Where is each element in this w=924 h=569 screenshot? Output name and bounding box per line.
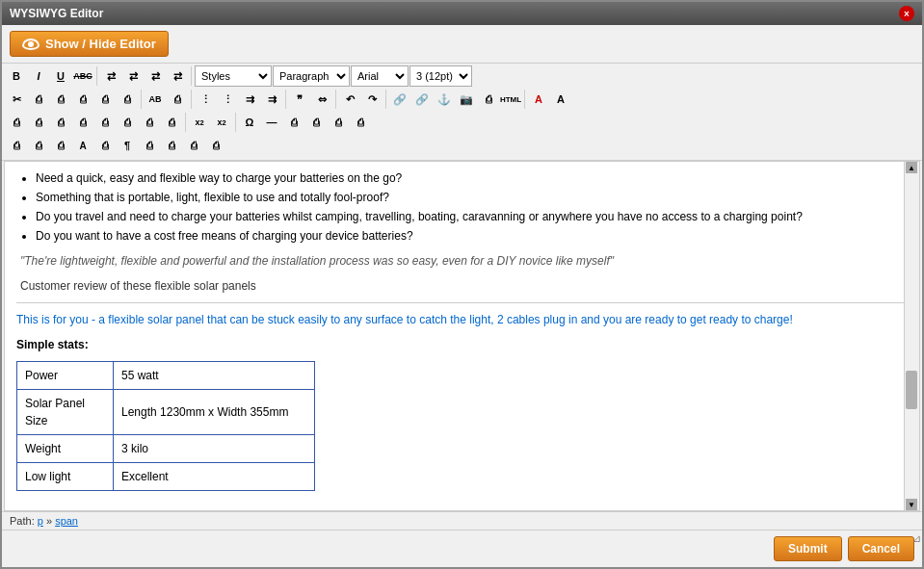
cancel-button[interactable]: Cancel bbox=[848, 536, 914, 561]
size-select[interactable]: 3 (12pt) bbox=[409, 65, 472, 87]
tb4-btn2[interactable]: ⎙ bbox=[28, 135, 49, 156]
italic-button[interactable]: I bbox=[28, 65, 49, 87]
submit-button[interactable]: Submit bbox=[774, 536, 842, 561]
editor-area[interactable]: Need a quick, easy and flexible way to c… bbox=[4, 161, 920, 511]
spell-check2-button[interactable]: ⎙ bbox=[167, 89, 188, 110]
show-hide-label: Show / Hide Editor bbox=[45, 37, 156, 51]
toolbar-row-3: ⎙ ⎙ ⎙ ⎙ ⎙ ⎙ ⎙ ⎙ x2 x2 Ω — ⎙ ⎙ ⎙ ⎙ bbox=[6, 112, 918, 133]
simple-stats-label: Simple stats: bbox=[16, 336, 908, 353]
ordered-list-button[interactable]: ⋮ bbox=[217, 89, 238, 110]
tb3-btn8[interactable]: ⎙ bbox=[161, 112, 182, 133]
link-button[interactable]: 🔗 bbox=[389, 89, 410, 110]
hr-button[interactable]: — bbox=[261, 112, 282, 133]
tb3-btn7[interactable]: ⎙ bbox=[139, 112, 160, 133]
tb4-btn5[interactable]: ⎙ bbox=[94, 135, 116, 156]
tb3-btn14[interactable]: ⎙ bbox=[328, 112, 349, 133]
tb3-btn13[interactable]: ⎙ bbox=[305, 112, 327, 133]
font-color-button[interactable]: A bbox=[528, 89, 549, 110]
tb4-btn8[interactable]: ⎙ bbox=[161, 135, 182, 156]
align-left-button[interactable]: ⇄ bbox=[100, 65, 121, 87]
tb4-btn4[interactable]: A bbox=[72, 135, 93, 156]
underline-button[interactable]: U bbox=[50, 65, 71, 87]
tb3-btn3[interactable]: ⎙ bbox=[50, 112, 71, 133]
wysiwyg-editor-window: WYSIWYG Editor × Show / Hide Editor B I … bbox=[0, 0, 924, 569]
table-cell-label: Power bbox=[17, 362, 114, 390]
table-cell-value: 3 kilo bbox=[114, 435, 315, 463]
outdent-button[interactable]: ⇉ bbox=[239, 89, 260, 110]
scrollbar-track[interactable]: ▲ ▼ bbox=[904, 162, 919, 510]
tb3-btn6[interactable]: ⎙ bbox=[117, 112, 138, 133]
tb3-btn12[interactable]: ⎙ bbox=[283, 112, 304, 133]
show-hide-editor-button[interactable]: Show / Hide Editor bbox=[10, 31, 169, 57]
anchor-button[interactable]: ⚓ bbox=[434, 89, 455, 110]
indent-button[interactable]: ⇉ bbox=[261, 89, 282, 110]
path-separator: » bbox=[46, 515, 52, 527]
table-cell-value: Length 1230mm x Width 355mm bbox=[114, 390, 315, 435]
omega-button[interactable]: Ω bbox=[239, 112, 260, 133]
bold-button[interactable]: B bbox=[6, 65, 27, 87]
scroll-down-button[interactable]: ▼ bbox=[906, 499, 917, 510]
blockquote-button[interactable]: ❞ bbox=[289, 89, 310, 110]
tb3-btn4[interactable]: ⎙ bbox=[72, 112, 93, 133]
tb3-btn1[interactable]: ⎙ bbox=[6, 112, 27, 133]
remove-format-button[interactable]: ⎙ bbox=[139, 135, 160, 156]
sep6 bbox=[335, 90, 336, 109]
tb4-btn10[interactable]: ⎙ bbox=[205, 135, 226, 156]
window-title: WYSIWYG Editor bbox=[10, 7, 103, 20]
stats-table: Power 55 watt Solar Panel Size Length 12… bbox=[16, 361, 315, 491]
tb3-btn2[interactable]: ⎙ bbox=[28, 112, 49, 133]
sep8 bbox=[524, 90, 525, 109]
align-center-button[interactable]: ⇄ bbox=[122, 65, 144, 87]
toolbar: B I U ABC ⇄ ⇄ ⇄ ⇄ Styles Paragraph Arial… bbox=[2, 64, 922, 161]
format-select[interactable]: Paragraph bbox=[273, 65, 350, 87]
rtl-button[interactable]: ⇔ bbox=[311, 89, 332, 110]
path-p-link[interactable]: p bbox=[38, 515, 43, 527]
tb4-btn3[interactable]: ⎙ bbox=[50, 135, 71, 156]
unlink-button[interactable]: 🔗 bbox=[411, 89, 433, 110]
toolbar-separator bbox=[96, 66, 97, 86]
customer-quote: "The're lightweight, flexible and powerf… bbox=[20, 252, 904, 270]
copy-button[interactable]: ⎙ bbox=[28, 89, 49, 110]
toolbar-separator-2 bbox=[191, 66, 192, 86]
editor-content[interactable]: Need a quick, easy and flexible way to c… bbox=[5, 162, 919, 510]
redo-button[interactable]: ↷ bbox=[361, 89, 383, 110]
html-button[interactable]: HTML bbox=[500, 89, 521, 110]
bullet-list: Need a quick, easy and flexible way to c… bbox=[36, 169, 908, 245]
list-item: Do you want to have a cost free means of… bbox=[36, 227, 908, 245]
table-row: Solar Panel Size Length 1230mm x Width 3… bbox=[17, 390, 315, 435]
table-button[interactable]: ⎙ bbox=[183, 135, 204, 156]
superscript-button[interactable]: x2 bbox=[189, 112, 210, 133]
scrollbar-thumb[interactable] bbox=[906, 371, 917, 409]
strikethrough-button[interactable]: ABC bbox=[72, 65, 93, 87]
divider bbox=[16, 302, 908, 303]
table-row: Low light Excellent bbox=[17, 463, 315, 491]
flash-button[interactable]: ⎙ bbox=[478, 89, 499, 110]
undo-button[interactable]: ↶ bbox=[339, 89, 360, 110]
paste-button[interactable]: ⎙ bbox=[50, 89, 71, 110]
tb3-btn15[interactable]: ⎙ bbox=[350, 112, 371, 133]
cut-button[interactable]: ✂ bbox=[6, 89, 27, 110]
tb3-btn5[interactable]: ⎙ bbox=[94, 112, 116, 133]
find-button[interactable]: ⎙ bbox=[117, 89, 138, 110]
table-cell-value: Excellent bbox=[114, 463, 315, 491]
pilcrow-button[interactable]: ¶ bbox=[117, 135, 138, 156]
eye-icon bbox=[22, 39, 40, 50]
unordered-list-button[interactable]: ⋮ bbox=[195, 89, 216, 110]
paste-text-button[interactable]: ⎙ bbox=[72, 89, 93, 110]
sep3 bbox=[141, 90, 142, 109]
paste-word-button[interactable]: ⎙ bbox=[94, 89, 116, 110]
path-span-link[interactable]: span bbox=[55, 515, 78, 527]
styles-select[interactable]: Styles bbox=[195, 65, 272, 87]
font-select[interactable]: Arial bbox=[351, 65, 409, 87]
sep7 bbox=[385, 90, 386, 109]
spell-check-button[interactable]: AB bbox=[145, 89, 166, 110]
close-button[interactable]: × bbox=[899, 6, 914, 21]
scroll-up-button[interactable]: ▲ bbox=[906, 162, 917, 173]
image-button[interactable]: 📷 bbox=[456, 89, 477, 110]
align-justify-button[interactable]: ⇄ bbox=[167, 65, 188, 87]
tb4-btn1[interactable]: ⎙ bbox=[6, 135, 27, 156]
resize-handle[interactable]: ⊿ bbox=[911, 532, 922, 544]
align-right-button[interactable]: ⇄ bbox=[145, 65, 166, 87]
highlight-button[interactable]: A bbox=[550, 89, 571, 110]
subscript-button[interactable]: x2 bbox=[211, 112, 232, 133]
